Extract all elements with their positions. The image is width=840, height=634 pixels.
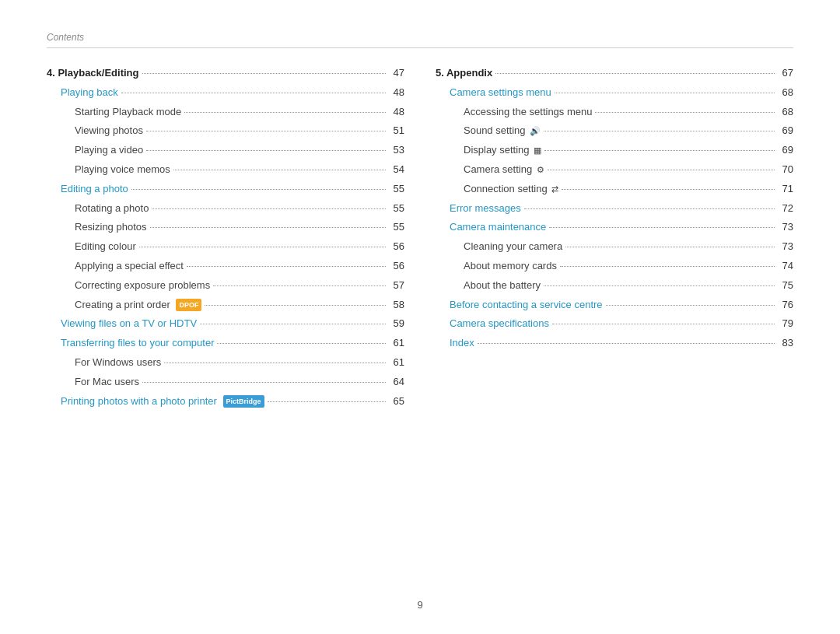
item-label: About the battery (464, 278, 541, 294)
item-label: Camera settings menu (450, 85, 551, 101)
page-num: 56 (389, 239, 404, 255)
page-num: 48 (389, 85, 404, 101)
list-item: Editing colour 56 (47, 239, 404, 255)
page-num: 69 (778, 123, 793, 139)
list-item: Applying a special effect 56 (47, 258, 404, 275)
dots (142, 64, 387, 74)
page-num: 79 (778, 316, 793, 332)
list-item: Camera settings menu 68 (436, 85, 793, 101)
item-label: Starting Playback mode (75, 104, 181, 121)
item-label: Playing a video (75, 142, 143, 159)
dots (184, 103, 386, 113)
list-item: Playing a video 53 (47, 142, 404, 159)
section-4-page: 47 (389, 65, 404, 82)
dots (544, 276, 775, 286)
list-item: Error messages 72 (436, 201, 793, 217)
section-4-title: 4. Playback/Editing (47, 65, 139, 82)
page-num: 65 (389, 394, 404, 410)
item-label: Rotating a photo (75, 201, 149, 217)
dots (187, 257, 386, 267)
dots (205, 296, 386, 306)
item-label: Playing voice memos (75, 162, 170, 178)
dots (524, 199, 775, 209)
list-item: Index 83 (436, 335, 793, 352)
dots (146, 141, 386, 151)
page-num: 75 (778, 278, 793, 294)
list-item: Rotating a photo 55 (47, 201, 404, 217)
dots (131, 180, 386, 190)
item-label: Playing back (61, 85, 118, 101)
page-num: 64 (389, 374, 404, 391)
sound-icon: 🔊 (530, 124, 541, 138)
content: 4. Playback/Editing 47 Playing back 48 S… (47, 65, 793, 412)
item-label: Sound setting 🔊 (464, 123, 541, 139)
page-num: 55 (389, 201, 404, 217)
page-num: 59 (389, 316, 404, 332)
dots (142, 373, 386, 383)
section-5-title: 5. Appendix (436, 65, 492, 82)
item-label: Accessing the settings menu (464, 104, 592, 121)
dpof-badge: DPOF (176, 299, 201, 311)
item-label: For Mac users (75, 374, 139, 391)
dots (150, 218, 387, 228)
page-num: 54 (389, 162, 404, 178)
page-num: 61 (389, 355, 404, 371)
dots (164, 353, 386, 363)
header-title: Contents (47, 32, 84, 43)
page-num: 68 (778, 104, 793, 121)
dots (495, 64, 775, 74)
page-num: 57 (389, 278, 404, 294)
list-item: Cleaning your camera 73 (436, 239, 793, 255)
item-label: Camera setting ⚙ (464, 162, 544, 178)
item-label: Printing photos with a photo printer Pic… (61, 394, 264, 410)
camera-setting-icon: ⚙ (537, 163, 544, 177)
page-num: 74 (778, 258, 793, 275)
list-item: Correcting exposure problems 57 (47, 278, 404, 294)
dots (548, 160, 775, 170)
dots (213, 276, 386, 286)
list-item: Playing back 48 (47, 85, 404, 101)
list-item: For Windows users 61 (47, 355, 404, 371)
connection-icon: ⇄ (551, 183, 558, 197)
page-num: 72 (778, 201, 793, 217)
section-5-title-row: 5. Appendix 67 (436, 65, 793, 82)
page-num: 55 (389, 181, 404, 198)
dots (173, 160, 386, 170)
dots (200, 314, 386, 324)
dots (544, 121, 775, 131)
dots (595, 103, 775, 113)
list-item: Accessing the settings menu 68 (436, 104, 793, 121)
list-item: Starting Playback mode 48 (47, 104, 404, 121)
list-item: Camera specifications 79 (436, 316, 793, 332)
dots (544, 141, 775, 151)
page-num: 58 (389, 297, 404, 313)
item-label: Error messages (450, 201, 521, 217)
page-num: 56 (389, 258, 404, 275)
dots (555, 83, 775, 93)
section-5-page: 67 (778, 65, 793, 82)
page-num: 69 (778, 142, 793, 159)
dots (139, 237, 386, 247)
pictbridge-badge: PictBridge (223, 395, 264, 408)
page-num: 76 (778, 297, 793, 313)
item-label: Transferring files to your computer (61, 335, 214, 352)
item-label: Creating a print order DPOF (75, 297, 201, 313)
item-label: Display setting ▦ (464, 142, 541, 159)
item-label: Viewing files on a TV or HDTV (61, 316, 197, 332)
dots (121, 83, 386, 93)
list-item: Resizing photos 55 (47, 219, 404, 236)
page-num: 70 (778, 162, 793, 178)
right-column: 5. Appendix 67 Camera settings menu 68 A… (436, 65, 793, 412)
page-num: 55 (389, 219, 404, 236)
dots (146, 121, 386, 131)
dots (268, 392, 386, 402)
list-item: Connection setting ⇄ 71 (436, 181, 793, 198)
item-label: Applying a special effect (75, 258, 184, 275)
item-label: Editing a photo (61, 181, 128, 198)
item-label: For Windows users (75, 355, 161, 371)
dots (552, 314, 775, 324)
item-label: Viewing photos (75, 123, 143, 139)
display-icon: ▦ (534, 144, 541, 158)
list-item: Before contacting a service centre 76 (436, 297, 793, 313)
list-item: For Mac users 64 (47, 374, 404, 391)
